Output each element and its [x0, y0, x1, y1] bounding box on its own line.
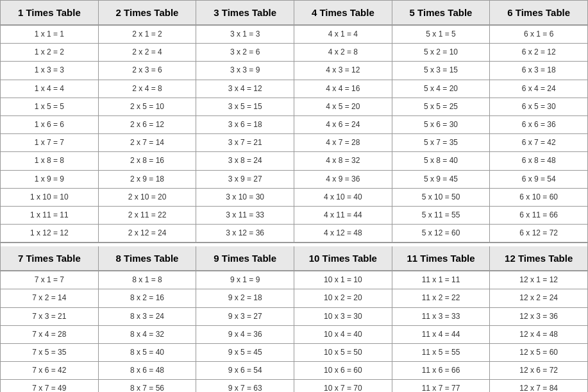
table-1-row-6: 1 x 6 = 6 — [1, 116, 99, 134]
table-9-row-6: 9 x 6 = 54 — [196, 362, 294, 380]
table-5-header: 5 Times Table — [392, 1, 491, 26]
table-2-row-5: 2 x 5 = 10 — [99, 98, 197, 116]
table-5-row-1: 5 x 1 = 5 — [392, 26, 491, 44]
table-8-row-6: 8 x 6 = 48 — [99, 362, 197, 380]
table-3-row-2: 3 x 2 = 6 — [196, 44, 294, 62]
table-7-row-7: 7 x 7 = 49 — [1, 380, 99, 392]
table-7-row-1: 7 x 1 = 7 — [1, 271, 99, 289]
table-6-row-12: 6 x 12 = 72 — [490, 225, 588, 243]
table-5-row-10: 5 x 10 = 50 — [392, 189, 491, 207]
table-10-row-4: 10 x 4 = 40 — [294, 326, 392, 344]
table-6-row-6: 6 x 6 = 36 — [490, 116, 588, 134]
table-9-row-2: 9 x 2 = 18 — [196, 289, 294, 307]
table-9-row-7: 9 x 7 = 63 — [196, 380, 294, 392]
table-2-header: 2 Times Table — [99, 1, 197, 26]
table-11-row-4: 11 x 4 = 44 — [392, 326, 491, 344]
table-6-row-2: 6 x 2 = 12 — [490, 44, 588, 62]
table-3-row-12: 3 x 12 = 36 — [196, 225, 294, 243]
table-10-row-5: 10 x 5 = 50 — [294, 344, 392, 362]
table-4-row-3: 4 x 3 = 12 — [294, 62, 392, 80]
table-11-row-7: 11 x 7 = 77 — [392, 380, 491, 392]
table-12-row-4: 12 x 4 = 48 — [490, 326, 588, 344]
table-5-row-4: 5 x 4 = 20 — [392, 80, 491, 98]
table-8-row-3: 8 x 3 = 24 — [99, 308, 197, 326]
table-12-row-6: 12 x 6 = 72 — [490, 362, 588, 380]
table-12-row-7: 12 x 7 = 84 — [490, 380, 588, 392]
table-4-row-10: 4 x 10 = 40 — [294, 189, 392, 207]
table-2-row-11: 2 x 11 = 22 — [99, 207, 197, 225]
table-6-row-5: 6 x 5 = 30 — [490, 98, 588, 116]
table-4-row-11: 4 x 11 = 44 — [294, 207, 392, 225]
table-3-row-9: 3 x 9 = 27 — [196, 171, 294, 189]
table-10-header: 10 Times Table — [294, 246, 392, 271]
table-1-row-1: 1 x 1 = 1 — [1, 26, 99, 44]
table-11-row-6: 11 x 6 = 66 — [392, 362, 491, 380]
table-10-row-1: 10 x 1 = 10 — [294, 271, 392, 289]
table-4-row-8: 4 x 8 = 32 — [294, 152, 392, 170]
table-5-row-6: 5 x 6 = 30 — [392, 116, 491, 134]
table-11-header: 11 Times Table — [392, 246, 491, 271]
table-12-row-1: 12 x 1 = 12 — [490, 271, 588, 289]
table-5-row-11: 5 x 11 = 55 — [392, 207, 491, 225]
table-7-row-4: 7 x 4 = 28 — [1, 326, 99, 344]
table-6-header: 6 Times Table — [490, 1, 588, 26]
table-8-row-1: 8 x 1 = 8 — [99, 271, 197, 289]
table-4-row-5: 4 x 5 = 20 — [294, 98, 392, 116]
table-12-header: 12 Times Table — [490, 246, 588, 271]
table-3-row-11: 3 x 11 = 33 — [196, 207, 294, 225]
table-2-row-6: 2 x 6 = 12 — [99, 116, 197, 134]
table-7-row-5: 7 x 5 = 35 — [1, 344, 99, 362]
table-1-row-11: 1 x 11 = 11 — [1, 207, 99, 225]
table-7-header: 7 Times Table — [1, 246, 99, 271]
table-6-row-10: 6 x 10 = 60 — [490, 189, 588, 207]
table-6-row-7: 6 x 7 = 42 — [490, 134, 588, 152]
table-5-row-7: 5 x 7 = 35 — [392, 134, 491, 152]
table-5-row-9: 5 x 9 = 45 — [392, 171, 491, 189]
table-12-row-5: 12 x 5 = 60 — [490, 344, 588, 362]
table-6-row-1: 6 x 1 = 6 — [490, 26, 588, 44]
times-table-grid: 1 Times Table2 Times Table3 Times Table4… — [0, 0, 588, 392]
table-11-row-3: 11 x 3 = 33 — [392, 308, 491, 326]
table-1-row-12: 1 x 12 = 12 — [1, 225, 99, 243]
table-10-row-6: 10 x 6 = 60 — [294, 362, 392, 380]
table-10-row-2: 10 x 2 = 20 — [294, 289, 392, 307]
table-10-row-3: 10 x 3 = 30 — [294, 308, 392, 326]
table-11-row-1: 11 x 1 = 11 — [392, 271, 491, 289]
table-2-row-4: 2 x 4 = 8 — [99, 80, 197, 98]
table-1-row-10: 1 x 10 = 10 — [1, 189, 99, 207]
table-5-row-3: 5 x 3 = 15 — [392, 62, 491, 80]
table-12-row-3: 12 x 3 = 36 — [490, 308, 588, 326]
table-4-row-4: 4 x 4 = 16 — [294, 80, 392, 98]
table-8-row-4: 8 x 4 = 32 — [99, 326, 197, 344]
table-9-header: 9 Times Table — [196, 246, 294, 271]
table-5-row-8: 5 x 8 = 40 — [392, 152, 491, 170]
table-1-row-5: 1 x 5 = 5 — [1, 98, 99, 116]
table-6-row-9: 6 x 9 = 54 — [490, 171, 588, 189]
table-11-row-2: 11 x 2 = 22 — [392, 289, 491, 307]
table-4-row-2: 4 x 2 = 8 — [294, 44, 392, 62]
table-7-row-3: 7 x 3 = 21 — [1, 308, 99, 326]
table-5-row-2: 5 x 2 = 10 — [392, 44, 491, 62]
table-6-row-4: 6 x 4 = 24 — [490, 80, 588, 98]
table-12-row-2: 12 x 2 = 24 — [490, 289, 588, 307]
table-2-row-1: 2 x 1 = 2 — [99, 26, 197, 44]
table-2-row-7: 2 x 7 = 14 — [99, 134, 197, 152]
table-3-row-8: 3 x 8 = 24 — [196, 152, 294, 170]
table-4-row-7: 4 x 7 = 28 — [294, 134, 392, 152]
table-3-row-1: 3 x 1 = 3 — [196, 26, 294, 44]
table-2-row-8: 2 x 8 = 16 — [99, 152, 197, 170]
table-8-header: 8 Times Table — [99, 246, 197, 271]
table-3-header: 3 Times Table — [196, 1, 294, 26]
table-9-row-3: 9 x 3 = 27 — [196, 308, 294, 326]
table-9-row-1: 9 x 1 = 9 — [196, 271, 294, 289]
table-3-row-10: 3 x 10 = 30 — [196, 189, 294, 207]
table-1-header: 1 Times Table — [1, 1, 99, 26]
table-1-row-7: 1 x 7 = 7 — [1, 134, 99, 152]
table-4-row-9: 4 x 9 = 36 — [294, 171, 392, 189]
table-8-row-7: 8 x 7 = 56 — [99, 380, 197, 392]
table-5-row-12: 5 x 12 = 60 — [392, 225, 491, 243]
table-1-row-3: 1 x 3 = 3 — [1, 62, 99, 80]
table-10-row-7: 10 x 7 = 70 — [294, 380, 392, 392]
table-3-row-7: 3 x 7 = 21 — [196, 134, 294, 152]
table-2-row-10: 2 x 10 = 20 — [99, 189, 197, 207]
